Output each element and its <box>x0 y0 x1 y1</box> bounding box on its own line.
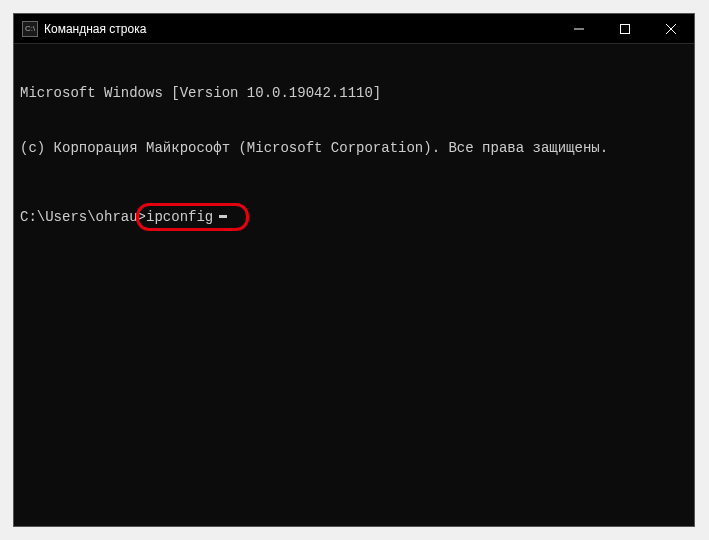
minimize-icon <box>574 24 584 34</box>
minimize-button[interactable] <box>556 14 602 44</box>
prompt-path: C:\Users\ohrau> <box>20 208 146 226</box>
cursor-icon <box>219 215 227 218</box>
prompt-line: C:\Users\ohrau>ipconfig <box>20 208 688 226</box>
maximize-icon <box>620 24 630 34</box>
command-wrap: ipconfig <box>146 208 227 226</box>
close-icon <box>666 24 676 34</box>
cmd-icon-label: C:\ <box>25 24 35 33</box>
maximize-button[interactable] <box>602 14 648 44</box>
copyright-line: (c) Корпорация Майкрософт (Microsoft Cor… <box>20 139 688 157</box>
cmd-window: C:\ Командная строка Microsoft Windows [… <box>14 14 694 526</box>
cmd-icon: C:\ <box>22 21 38 37</box>
version-line: Microsoft Windows [Version 10.0.19042.11… <box>20 84 688 102</box>
close-button[interactable] <box>648 14 694 44</box>
titlebar[interactable]: C:\ Командная строка <box>14 14 694 44</box>
terminal-body[interactable]: Microsoft Windows [Version 10.0.19042.11… <box>14 44 694 526</box>
window-title: Командная строка <box>44 22 146 36</box>
command-input[interactable]: ipconfig <box>146 208 213 226</box>
svg-rect-1 <box>621 24 630 33</box>
